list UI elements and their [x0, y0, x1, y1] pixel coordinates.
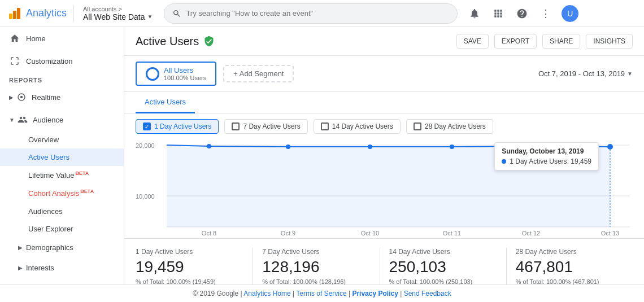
help-button[interactable]: [514, 6, 530, 21]
sidebar-item-label: Demographics: [26, 243, 73, 252]
tooltip-metric: 1 Day Active Users : 19,459: [502, 157, 591, 165]
segment-name: All Users: [164, 66, 206, 75]
stat-value: 250,103: [389, 258, 497, 276]
avatar[interactable]: U: [562, 5, 578, 22]
add-segment-button[interactable]: + Add Segment: [223, 65, 294, 82]
filter-1day[interactable]: ✓ 1 Day Active Users: [136, 119, 219, 134]
date-range-text: Oct 7, 2019 - Oct 13, 2019: [538, 69, 625, 78]
realtime-icon: [16, 91, 27, 103]
sidebar-sub-lifetime-value[interactable]: Lifetime ValueBETA: [0, 166, 124, 184]
expand-arrow-icon: ▶: [18, 265, 23, 271]
svg-text:Oct 13: Oct 13: [601, 230, 619, 237]
sidebar-item-home[interactable]: Home: [0, 27, 124, 50]
segment-circle-icon: [146, 67, 159, 81]
stat-7day: 7 Day Active Users 128,196 % of Total: 1…: [253, 248, 380, 285]
app-title: Analytics: [26, 7, 67, 19]
breadcrumb: All accounts > All Web Site Data ▼: [73, 6, 153, 21]
stat-label: 14 Day Active Users: [389, 248, 497, 256]
tooltip-metric-label: 1 Day Active Users: [510, 157, 567, 165]
analytics-home-link[interactable]: Analytics Home: [243, 290, 290, 297]
audience-icon: [17, 114, 28, 125]
save-button[interactable]: SAVE: [456, 34, 489, 49]
analytics-logo-icon: [7, 6, 23, 21]
stat-value: 128,196: [262, 258, 370, 276]
share-button[interactable]: SHARE: [542, 34, 580, 49]
data-point: [286, 145, 290, 149]
sidebar-sub-active-users[interactable]: Active Users: [0, 148, 124, 166]
sidebar-sub-overview[interactable]: Overview: [0, 131, 124, 148]
feedback-link[interactable]: Send Feedback: [404, 290, 451, 297]
sidebar-item-realtime[interactable]: ▶ Realtime: [0, 86, 124, 108]
breadcrumb-parent: All accounts >: [83, 6, 153, 12]
chart-tooltip: Sunday, October 13, 2019 1 Day Active Us…: [494, 142, 599, 170]
home-icon: [9, 33, 20, 44]
sidebar-item-customization[interactable]: Customization: [0, 50, 124, 72]
dropdown-arrow-icon: ▼: [147, 14, 153, 20]
segment-percentage: 100.00% Users: [164, 75, 206, 81]
main-layout: Home Customization REPORTS ▶ Realtime ▼ …: [0, 27, 644, 285]
sidebar-item-label: Home: [26, 34, 46, 43]
filter-label: 1 Day Active Users: [154, 122, 211, 130]
filter-label: 28 Day Active Users: [425, 122, 486, 130]
data-point: [207, 144, 211, 148]
search-input[interactable]: [186, 9, 449, 17]
beta-tag2: BETA: [80, 189, 94, 194]
segment-chip[interactable]: All Users 100.00% Users: [136, 62, 216, 86]
date-dropdown-icon: ▼: [627, 71, 633, 77]
sidebar-sub-cohort-analysis[interactable]: Cohort AnalysisBETA: [0, 184, 124, 202]
sidebar-item-geo[interactable]: ▶ Geo: [0, 278, 124, 285]
stat-sub: % of Total: 100.00% (19,459): [136, 278, 243, 285]
reports-section-label: REPORTS: [0, 72, 124, 86]
stats-row: 1 Day Active Users 19,459 % of Total: 10…: [124, 238, 644, 285]
expand-arrow-icon: ▼: [9, 117, 15, 123]
svg-rect-1: [13, 11, 16, 19]
more-options-button[interactable]: ⋮: [538, 6, 554, 21]
tab-active-users[interactable]: Active Users: [136, 92, 195, 113]
sidebar-item-demographics[interactable]: ▶ Demographics: [0, 238, 124, 258]
grid-icon: [493, 8, 504, 19]
stat-14day: 14 Day Active Users 250,103 % of Total: …: [380, 248, 507, 285]
filter-28day[interactable]: 28 Day Active Users: [406, 119, 493, 134]
sidebar: Home Customization REPORTS ▶ Realtime ▼ …: [0, 27, 124, 285]
stat-value: 19,459: [136, 258, 243, 276]
svg-rect-2: [17, 8, 20, 19]
svg-point-4: [20, 96, 23, 99]
checkbox-unchecked-icon: [321, 122, 329, 130]
logo: Analytics: [7, 6, 67, 21]
insights-button[interactable]: INSIGHTS: [586, 34, 633, 49]
chart-area: 20,000 10,000 Oct 8 Oct 9 Oct 10 Oct 11 …: [124, 139, 644, 238]
checkbox-unchecked-icon: [232, 122, 240, 130]
filter-14day[interactable]: 14 Day Active Users: [314, 119, 401, 134]
data-point: [368, 145, 372, 149]
terms-link[interactable]: Terms of Service: [296, 290, 346, 297]
sidebar-item-audience[interactable]: ▼ Audience: [0, 108, 124, 131]
export-button[interactable]: EXPORT: [494, 34, 537, 49]
sidebar-item-interests[interactable]: ▶ Interests: [0, 258, 124, 278]
filter-label: 7 Day Active Users: [243, 122, 300, 130]
content-title-area: Active Users: [136, 35, 215, 48]
svg-text:Oct 12: Oct 12: [522, 230, 540, 237]
sidebar-sub-user-explorer[interactable]: User Explorer: [0, 220, 124, 238]
stat-28day: 28 Day Active Users 467,801 % of Total: …: [507, 248, 633, 285]
svg-text:Oct 10: Oct 10: [361, 230, 379, 237]
checkbox-checked-icon: ✓: [143, 122, 151, 130]
svg-text:Oct 8: Oct 8: [202, 230, 216, 237]
date-range-picker[interactable]: Oct 7, 2019 - Oct 13, 2019 ▼: [538, 69, 633, 78]
tooltip-dot: [502, 159, 506, 164]
apps-button[interactable]: [490, 6, 506, 21]
bell-icon: [469, 8, 480, 19]
content-actions: SAVE EXPORT SHARE INSIGHTS: [456, 34, 633, 49]
data-point: [450, 145, 454, 149]
svg-text:10,000: 10,000: [136, 193, 155, 200]
breadcrumb-current-btn[interactable]: All Web Site Data ▼: [83, 12, 153, 21]
tooltip-colon: :: [567, 157, 571, 165]
svg-text:Oct 11: Oct 11: [443, 230, 461, 237]
sidebar-sub-audiences[interactable]: Audiences: [0, 203, 124, 220]
filter-7day[interactable]: 7 Day Active Users: [224, 119, 307, 134]
notifications-button[interactable]: [467, 6, 482, 21]
stat-label: 28 Day Active Users: [516, 248, 624, 256]
search-icon: [172, 9, 181, 18]
customization-icon: [9, 55, 20, 67]
page-title: Active Users: [136, 35, 199, 48]
privacy-link[interactable]: Privacy Policy: [352, 290, 398, 297]
